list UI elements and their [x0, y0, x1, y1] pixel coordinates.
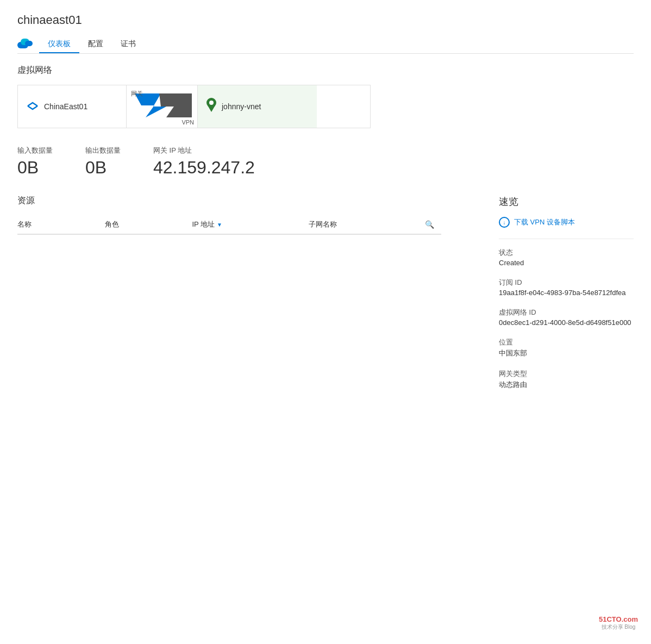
content-layout: 资源 名称 角色 IP 地址 ▼ 子网名称 🔍 [17, 195, 634, 401]
table-header: 名称 角色 IP 地址 ▼ 子网名称 🔍 [17, 215, 441, 235]
network-left-node: ChinaEast01 [18, 85, 127, 128]
vpn-label: VPN [181, 119, 194, 126]
col-ip[interactable]: IP 地址 ▼ [192, 220, 308, 229]
sidebar-location: 位置 中国东部 [499, 337, 634, 358]
metric-input-value: 0B [17, 158, 53, 178]
metric-input-label: 输入数据量 [17, 146, 53, 155]
status-value: Created [499, 259, 634, 267]
col-name: 名称 [17, 220, 105, 229]
resources-section: 资源 名称 角色 IP 地址 ▼ 子网名称 🔍 [17, 195, 481, 343]
resources-table: 名称 角色 IP 地址 ▼ 子网名称 🔍 [17, 215, 441, 343]
metric-gateway-ip: 网关 IP 地址 42.159.247.2 [153, 146, 255, 178]
gateway-label: 网关 [131, 90, 143, 98]
resources-section-title: 资源 [17, 195, 481, 207]
network-diagram: ChinaEast01 网关 VPN joh [17, 85, 371, 128]
sort-icon: ▼ [217, 222, 222, 228]
svg-point-8 [209, 101, 214, 105]
network-left-label: ChinaEast01 [44, 102, 87, 111]
svg-rect-2 [25, 41, 33, 46]
metric-output-label: 输出数据量 [85, 146, 121, 155]
main-content: 资源 名称 角色 IP 地址 ▼ 子网名称 🔍 [17, 195, 481, 401]
tab-cert[interactable]: 证书 [112, 36, 145, 53]
download-vpn-link[interactable]: ↓ 下载 VPN 设备脚本 [499, 217, 634, 228]
status-label: 状态 [499, 248, 634, 258]
col-subnet: 子网名称 [309, 220, 425, 229]
location-label: 位置 [499, 337, 634, 347]
tab-dashboard[interactable]: 仪表板 [39, 36, 79, 53]
network-left-icon [27, 101, 39, 113]
subscription-id-value: 19aa1f8f-e04c-4983-97ba-54e8712fdfea [499, 289, 634, 297]
cloud-icon [17, 39, 33, 51]
sidebar: 速览 ↓ 下载 VPN 设备脚本 状态 Created 订阅 ID 19aa1f… [481, 195, 634, 401]
network-right-node: johnny-vnet [197, 85, 317, 128]
watermark: 51CTO.com 技术分享 Blog [599, 615, 638, 631]
metric-output-value: 0B [85, 158, 121, 178]
download-icon: ↓ [499, 217, 510, 228]
metrics-row: 输入数据量 0B 输出数据量 0B 网关 IP 地址 42.159.247.2 [17, 146, 634, 178]
gateway-type-value: 动态路由 [499, 380, 634, 390]
col-search: 🔍 [425, 220, 441, 229]
watermark-site: 51CTO.com [599, 615, 638, 623]
nav-tabs: 仪表板 配置 证书 [17, 36, 634, 54]
page-title: chinaeast01 [17, 13, 634, 27]
svg-marker-7 [208, 105, 215, 112]
metric-gateway-ip-label: 网关 IP 地址 [153, 146, 255, 155]
network-section-title: 虚拟网络 [17, 65, 634, 76]
sidebar-subscription-id: 订阅 ID 19aa1f8f-e04c-4983-97ba-54e8712fdf… [499, 278, 634, 297]
sidebar-gateway-type: 网关类型 动态路由 [499, 369, 634, 390]
table-empty [17, 235, 441, 343]
network-right-label: johnny-vnet [222, 102, 261, 111]
vnet-id-value: 0dec8ec1-d291-4000-8e5d-d6498f51e000 [499, 318, 634, 327]
sidebar-title: 速览 [499, 195, 634, 208]
metric-output: 输出数据量 0B [85, 146, 121, 178]
location-pin-icon [206, 98, 216, 115]
vnet-id-label: 虚拟网络 ID [499, 308, 634, 317]
sidebar-vnet-id: 虚拟网络 ID 0dec8ec1-d291-4000-8e5d-d6498f51… [499, 308, 634, 327]
subscription-id-label: 订阅 ID [499, 278, 634, 287]
gateway-type-label: 网关类型 [499, 369, 634, 379]
watermark-blog: 技术分享 Blog [599, 623, 638, 631]
search-button[interactable]: 🔍 [425, 220, 434, 229]
sidebar-status: 状态 Created [499, 248, 634, 267]
col-role: 角色 [105, 220, 192, 229]
metric-gateway-ip-value: 42.159.247.2 [153, 158, 255, 178]
tab-config[interactable]: 配置 [79, 36, 112, 53]
location-value: 中国东部 [499, 348, 634, 358]
network-middle: 网关 VPN [127, 85, 197, 128]
divider-1 [499, 239, 634, 239]
metric-input: 输入数据量 0B [17, 146, 53, 178]
